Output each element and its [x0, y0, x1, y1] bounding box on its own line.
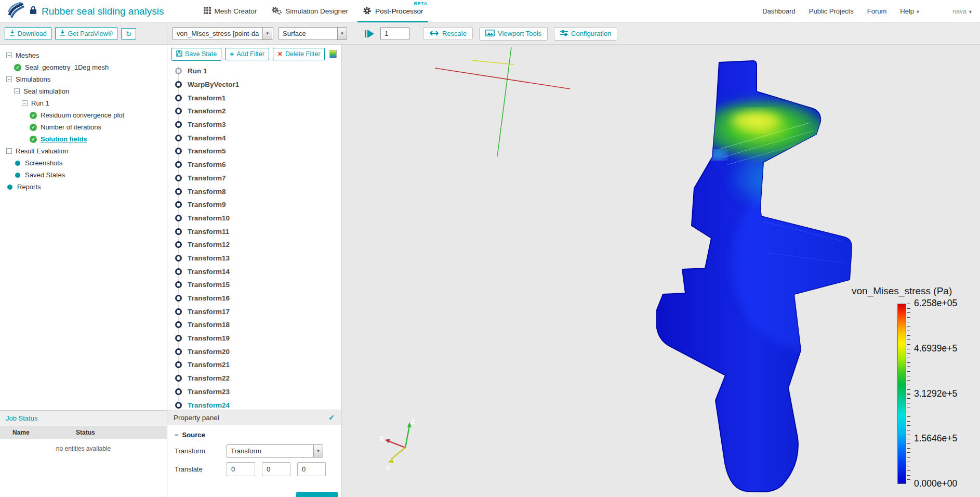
pipeline-item-transform7[interactable]: Transform7: [167, 172, 341, 185]
source-section-header[interactable]: −Source: [167, 425, 341, 440]
pipeline-item-run-1[interactable]: Run 1: [167, 64, 341, 78]
pipeline-item-transform22[interactable]: Transform22: [167, 372, 341, 385]
tree-item-seal-geometry-1deg-mesh[interactable]: ✓Seal_geometry_1Deg mesh: [0, 61, 167, 73]
visibility-icon[interactable]: [175, 295, 182, 302]
tree-item-result-evaluation[interactable]: −Result Evaluation: [0, 145, 167, 157]
collapse-icon[interactable]: −: [6, 53, 12, 58]
help-menu[interactable]: Help▼: [900, 7, 920, 15]
visibility-icon[interactable]: [175, 321, 182, 328]
translate-y-input[interactable]: [262, 462, 290, 476]
refresh-button[interactable]: ↻: [121, 28, 137, 40]
visibility-icon[interactable]: [175, 188, 182, 195]
visibility-icon[interactable]: [175, 228, 182, 235]
pipeline-item-transform15[interactable]: Transform15: [167, 278, 341, 292]
visibility-icon[interactable]: [175, 388, 182, 395]
visibility-icon[interactable]: [175, 108, 182, 114]
pipeline-item-transform2[interactable]: Transform2: [167, 104, 341, 118]
pipeline-item-transform20[interactable]: Transform20: [167, 345, 341, 358]
nav-simulation-designer[interactable]: Simulation Designer: [264, 0, 355, 22]
collapse-icon[interactable]: −: [6, 76, 12, 82]
visibility-icon[interactable]: [175, 215, 182, 221]
visibility-icon[interactable]: [175, 335, 182, 342]
user-menu[interactable]: nava▼: [952, 8, 973, 15]
pipeline-item-transform23[interactable]: Transform23: [167, 385, 341, 399]
pipeline-item-transform6[interactable]: Transform6: [167, 158, 341, 172]
visibility-icon[interactable]: [175, 402, 182, 409]
nav-post-processor[interactable]: BETA Post-Processor: [355, 0, 430, 22]
tree-item-simulations[interactable]: −Simulations: [0, 73, 167, 85]
play-button[interactable]: [365, 30, 374, 38]
download-button[interactable]: Download: [5, 27, 51, 40]
configuration-button[interactable]: Configuration: [554, 27, 617, 41]
pipeline-item-transform13[interactable]: Transform13: [167, 252, 341, 265]
translate-z-input[interactable]: [297, 462, 326, 476]
frame-input[interactable]: [380, 27, 409, 40]
tree-item-meshes[interactable]: −Meshes: [0, 49, 167, 61]
translate-x-input[interactable]: [227, 462, 255, 476]
pipeline-item-transform14[interactable]: Transform14: [167, 265, 341, 278]
collapse-icon[interactable]: −: [14, 88, 20, 94]
visibility-icon[interactable]: [175, 375, 182, 382]
visibility-icon[interactable]: [175, 281, 182, 288]
tree-item-screenshots[interactable]: Screenshots: [0, 157, 167, 169]
pipeline-item-transform16[interactable]: Transform16: [167, 292, 341, 305]
tree-item-reports[interactable]: Reports: [0, 181, 167, 193]
link-forum[interactable]: Forum: [867, 7, 887, 15]
pipeline-item-transform4[interactable]: Transform4: [167, 131, 341, 145]
pipeline-item-transform5[interactable]: Transform5: [167, 145, 341, 158]
pipeline-item-transform11[interactable]: Transform11: [167, 225, 341, 238]
visibility-icon[interactable]: [175, 348, 182, 355]
visibility-icon[interactable]: [175, 255, 182, 261]
visibility-icon[interactable]: [175, 175, 182, 181]
viewport-tools-button[interactable]: Viewport Tools: [479, 27, 548, 41]
transform-select[interactable]: Transform ▼: [227, 444, 323, 457]
delete-filter-button[interactable]: ✕ Delete Filter: [273, 48, 325, 60]
visibility-icon[interactable]: [175, 135, 182, 141]
pipeline-item-warpbyvector1[interactable]: WarpByVector1: [167, 78, 341, 91]
visibility-icon[interactable]: [175, 81, 182, 88]
pipeline-item-transform8[interactable]: Transform8: [167, 185, 341, 198]
apply-button[interactable]: [296, 492, 338, 497]
add-filter-button[interactable]: + Add Filter: [225, 48, 269, 60]
tree-item-seal-simulation[interactable]: −Seal simulation: [0, 85, 167, 97]
render-viewport[interactable]: Z X Y von_Mises_stress (Pa) 6.258e+05: [341, 45, 980, 497]
collapse-icon[interactable]: −: [6, 148, 12, 154]
pipeline-item-transform1[interactable]: Transform1: [167, 91, 341, 104]
pipeline-item-transform19[interactable]: Transform19: [167, 332, 341, 345]
save-state-button[interactable]: Save State: [171, 48, 221, 61]
pipeline-item-transform12[interactable]: Transform12: [167, 238, 341, 252]
visibility-icon[interactable]: [175, 68, 182, 74]
pipeline-item-transform3[interactable]: Transform3: [167, 118, 341, 132]
nav-mesh-creator[interactable]: Mesh Creator: [196, 0, 264, 22]
tree-item-run-1[interactable]: −Run 1: [0, 97, 167, 109]
pipeline-item-transform17[interactable]: Transform17: [167, 305, 341, 318]
visibility-icon[interactable]: [175, 361, 182, 368]
visibility-icon[interactable]: [175, 161, 182, 168]
visibility-icon[interactable]: [175, 121, 182, 128]
get-paraview-button[interactable]: Get ParaView®: [55, 27, 117, 40]
pipeline-item-transform24[interactable]: Transform24: [167, 398, 341, 410]
pipeline-item-transform9[interactable]: Transform9: [167, 198, 341, 212]
representation-select[interactable]: Surface ▼: [279, 27, 347, 40]
pipeline-item-transform21[interactable]: Transform21: [167, 358, 341, 372]
link-dashboard[interactable]: Dashboard: [762, 7, 796, 15]
tree-item-residuum-convergence-plot[interactable]: ✓Residuum convergence plot: [0, 109, 167, 121]
visibility-icon[interactable]: [175, 201, 182, 208]
pipeline-panel: Save State + Add Filter ✕ Delete Filter …: [167, 45, 341, 497]
visibility-icon[interactable]: [175, 95, 182, 101]
visibility-icon[interactable]: [175, 308, 182, 315]
check-icon[interactable]: ✓: [328, 413, 335, 422]
tree-item-number-of-iterations[interactable]: ✓Number of iterations: [0, 121, 167, 133]
rescale-button[interactable]: Rescale: [423, 27, 473, 40]
link-public-projects[interactable]: Public Projects: [809, 7, 854, 15]
colormap-icon[interactable]: [329, 50, 337, 58]
visibility-icon[interactable]: [175, 148, 182, 154]
tree-item-solution-fields[interactable]: ✓Solution fields: [0, 133, 167, 145]
collapse-icon[interactable]: −: [22, 100, 28, 106]
visibility-icon[interactable]: [175, 241, 182, 248]
pipeline-item-transform10[interactable]: Transform10: [167, 212, 341, 225]
field-select[interactable]: von_Mises_stress [point-da ▼: [173, 27, 273, 40]
visibility-icon[interactable]: [175, 268, 182, 275]
pipeline-item-transform18[interactable]: Transform18: [167, 318, 341, 332]
tree-item-saved-states[interactable]: Saved States: [0, 169, 167, 181]
